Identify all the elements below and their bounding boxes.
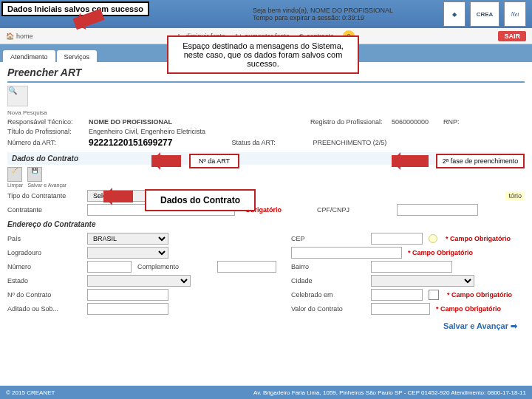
endereco-header: Endereço do Contratante: [7, 220, 525, 228]
salvar-avancar-button[interactable]: 💾Salvar e Avançar: [27, 167, 66, 188]
welcome-text: Seja bem vindo(a), NOME DO PROFISSIONAL …: [253, 7, 393, 21]
noart-logo: ◆: [443, 1, 466, 27]
annotation-art: Nº da ART: [189, 154, 239, 168]
numero-input[interactable]: [87, 261, 132, 273]
net-logo: Net: [504, 1, 526, 27]
status-value: PREENCHIMENTO (2/5): [313, 139, 386, 146]
annotation-main: Espaço destinado a mensagens do Sistema,…: [167, 35, 359, 74]
art-number: 92221220151699277: [89, 137, 172, 148]
titulo-value: Engenheiro Civil, Engenheiro Eletricista: [89, 128, 205, 135]
valor-input[interactable]: [371, 303, 430, 315]
arrow-icon: [392, 155, 429, 167]
celebrado-label: Celebrado em: [291, 291, 365, 299]
bairro-label: Bairro: [291, 263, 365, 270]
logradouro-label: Logradouro: [7, 249, 81, 256]
nova-pesquisa-icon[interactable]: 🔍: [7, 86, 28, 106]
arrow-icon: [151, 155, 181, 167]
calendar-icon[interactable]: [429, 290, 439, 300]
valor-label: Valor do Contrato: [291, 305, 365, 313]
salvar-avancar-link[interactable]: Salvar e Avançar ➡: [443, 321, 517, 331]
tab-atendimento[interactable]: Atendimento: [3, 50, 55, 62]
cep-label: CEP: [291, 235, 365, 242]
pais-label: País: [7, 235, 81, 242]
contratante-label: Contratante: [7, 206, 81, 214]
status-label: Status da ART:: [231, 139, 313, 146]
reg-label: Registro do Profissional:: [310, 118, 392, 126]
tab-servicos[interactable]: Serviços: [57, 50, 98, 62]
complemento-label: Complemento: [137, 263, 211, 270]
titulo-label: Título do Profissional:: [7, 128, 89, 135]
limpar-button[interactable]: 🧹Limpar: [7, 167, 23, 188]
aditado-input[interactable]: [87, 303, 168, 315]
arrow-icon: [103, 191, 133, 202]
rnp-label: RNP:: [443, 118, 525, 126]
tipo-contratante-label: Tipo do Contratante: [7, 192, 81, 200]
tooltip-torio: tório: [505, 191, 525, 200]
reg-value: 5060000000: [392, 118, 429, 126]
search-cep-icon[interactable]: [429, 234, 437, 243]
exit-button[interactable]: SAIR: [498, 31, 526, 41]
nova-pesquisa-label: Nova Pesquisa: [7, 109, 525, 116]
cpfcnpj-input[interactable]: [397, 204, 478, 216]
pais-select[interactable]: BRASIL: [87, 233, 168, 245]
estado-label: Estado: [7, 277, 81, 284]
cidade-select[interactable]: [371, 275, 474, 287]
celebrado-input[interactable]: [371, 289, 423, 301]
footer-address: Av. Brigadeiro Faria Lima, 1059, Pinheir…: [253, 389, 526, 396]
crea-logo: CREA: [470, 1, 499, 27]
logradouro-select[interactable]: [87, 247, 168, 259]
cidade-label: Cidade: [291, 277, 365, 284]
annotation-fase: 2ª fase de preenchimento: [436, 154, 525, 168]
ncontrato-label: Nº do Contrato: [7, 291, 81, 299]
footer: © 2015 CREANET Av. Brigadeiro Faria Lima…: [0, 386, 532, 399]
aditado-label: Aditado ou Sob...: [7, 305, 81, 313]
annotation-contrato: Dados do Contrato: [145, 189, 256, 211]
estado-select[interactable]: [87, 275, 191, 287]
resp-value: NOME DO PROFISSIONAL: [89, 118, 172, 126]
numero-label: Número: [7, 263, 81, 270]
resp-label: Responsável Técnico:: [7, 118, 89, 126]
cep-input[interactable]: [371, 233, 423, 245]
ncontrato-input[interactable]: [87, 289, 168, 301]
complemento-input[interactable]: [217, 261, 276, 273]
art-label: Número da ART:: [7, 139, 89, 146]
bairro-input[interactable]: [371, 261, 452, 273]
footer-copy: © 2015 CREANET: [6, 389, 55, 396]
logradouro-input[interactable]: [291, 247, 402, 259]
cpfcnpj-label: CPF/CNPJ: [317, 206, 391, 214]
home-link[interactable]: 🏠 home: [6, 33, 33, 40]
